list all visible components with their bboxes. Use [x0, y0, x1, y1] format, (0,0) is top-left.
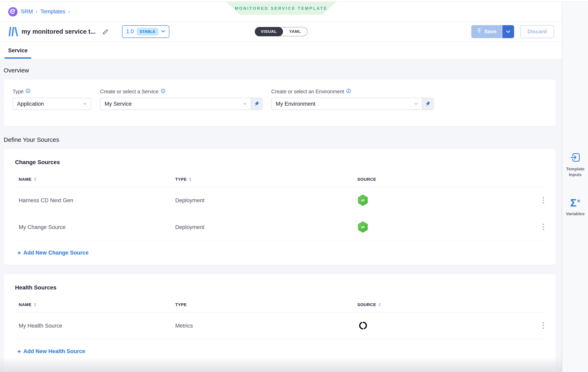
sort-icon [378, 303, 381, 307]
chevron-down-icon [414, 103, 418, 105]
service-label: Create or select a Service [100, 89, 158, 94]
row-menu-kebab-icon[interactable] [542, 322, 547, 330]
overview-card: Type Application [4, 80, 556, 126]
health-source-type: Metrics [175, 323, 357, 329]
change-sources-card: Change Sources NAME TYPE SOURCE Harness … [4, 149, 556, 265]
variables-icon: Σ× [570, 198, 580, 208]
info-icon[interactable] [161, 89, 166, 94]
field-environment: Create or select an Environment My Envir… [271, 89, 433, 126]
health-sources-title: Health Sources [15, 284, 556, 291]
visual-yaml-toggle: VISUAL YAML [255, 27, 307, 36]
breadcrumb-link-templates[interactable]: Templates [40, 9, 65, 15]
header-actions: Save Discard [471, 25, 554, 38]
chevron-down-icon [243, 103, 247, 105]
environment-label: Create or select an Environment [271, 89, 344, 94]
main-area: SRM › Templates › MONITORED SERVICE TEMP… [0, 2, 562, 372]
template-header: my monitored service t... 1.0 STABLE VIS… [0, 22, 562, 41]
change-source-name: Harness CD Next Gen [12, 197, 175, 204]
template-library-icon [8, 27, 18, 37]
discard-button[interactable]: Discard [520, 25, 554, 38]
breadcrumb-separator: › [36, 9, 38, 15]
breadcrumb-separator: › [68, 9, 70, 15]
sort-icon [34, 303, 37, 307]
field-service: Create or select a Service My Service [100, 89, 262, 126]
variables-button[interactable]: Σ× Variables [566, 198, 585, 217]
overview-heading: Overview [4, 67, 562, 74]
harness-cd-source-icon: ∞ [357, 221, 531, 234]
change-source-name: My Change Source [12, 224, 175, 231]
column-header-type[interactable]: TYPE [175, 177, 357, 182]
chevron-down-icon [161, 30, 165, 33]
pin-icon [254, 101, 259, 107]
version-number: 1.0 [126, 28, 134, 35]
chevron-down-icon [83, 103, 87, 105]
service-config-content: Overview Type Application [0, 59, 562, 372]
page-title: my monitored service t... [21, 28, 96, 35]
info-icon[interactable] [346, 89, 351, 94]
save-split-button: Save [471, 25, 514, 38]
appdynamics-source-icon [358, 321, 531, 331]
column-header-source[interactable]: SOURCE [357, 302, 531, 307]
environment-select[interactable]: My Environment [271, 98, 422, 110]
plus-icon: + [17, 250, 21, 256]
variables-label: Variables [566, 211, 585, 217]
info-icon[interactable] [26, 89, 31, 94]
pin-icon [425, 101, 430, 107]
save-options-chevron[interactable] [502, 25, 514, 38]
sort-icon [189, 177, 192, 181]
breadcrumb-link-srm[interactable]: SRM [21, 9, 33, 15]
monitored-service-template-badge: MONITORED SERVICE TEMPLATE [226, 2, 336, 15]
toggle-visual[interactable]: VISUAL [255, 27, 283, 36]
type-label: Type [13, 89, 23, 94]
table-row[interactable]: My Health Source Metrics [12, 312, 547, 339]
table-row[interactable]: Harness CD Next Gen Deployment ∞ [12, 187, 547, 214]
template-inputs-label: Template Inputs [562, 166, 588, 177]
service-select-value: My Service [105, 101, 132, 107]
sort-icon [34, 177, 37, 181]
toggle-yaml[interactable]: YAML [283, 27, 307, 36]
column-header-name[interactable]: NAME [12, 177, 175, 182]
type-select[interactable]: Application [13, 98, 91, 110]
template-inputs-icon [570, 152, 580, 163]
save-label: Save [484, 28, 497, 35]
service-pin-button[interactable] [251, 98, 262, 110]
change-source-type: Deployment [175, 197, 357, 204]
health-sources-card: Health Sources NAME TYPE SOURCE My Healt… [4, 274, 556, 372]
version-stable-chip: STABLE [137, 28, 158, 36]
edit-title-pencil-icon[interactable] [102, 28, 109, 35]
add-new-change-source-link[interactable]: + Add New Change Source [12, 241, 547, 265]
add-new-health-source-link[interactable]: + Add New Health Source [12, 339, 547, 363]
tab-service[interactable]: Service [4, 48, 31, 59]
service-select[interactable]: My Service [100, 98, 251, 110]
template-inputs-button[interactable]: Template Inputs [562, 152, 588, 177]
save-button[interactable]: Save [471, 25, 502, 38]
row-menu-kebab-icon[interactable] [542, 223, 547, 231]
tab-bar: Service [0, 41, 562, 59]
table-row[interactable]: My Change Source Deployment ∞ [12, 214, 547, 241]
environment-pin-button[interactable] [422, 98, 433, 110]
active-tab-underline [4, 57, 31, 59]
type-select-value: Application [17, 101, 44, 107]
harness-cd-source-icon: ∞ [357, 194, 531, 207]
change-source-type: Deployment [175, 224, 357, 231]
breadcrumb: SRM › Templates › MONITORED SERVICE TEMP… [0, 2, 562, 22]
version-selector[interactable]: 1.0 STABLE [122, 25, 169, 38]
field-type: Type Application [13, 89, 91, 126]
column-header-source[interactable]: SOURCE [357, 177, 531, 182]
upload-icon [477, 28, 482, 35]
row-menu-kebab-icon[interactable] [542, 197, 547, 205]
column-header-type[interactable]: TYPE [175, 302, 357, 307]
srm-logo-icon [8, 7, 18, 16]
health-source-name: My Health Source [12, 323, 175, 329]
window-top-edge [0, 0, 588, 2]
right-rail: Template Inputs Σ× Variables [562, 2, 588, 372]
environment-select-value: My Environment [276, 101, 315, 107]
change-sources-title: Change Sources [15, 159, 556, 166]
tab-service-label: Service [4, 48, 31, 54]
define-sources-heading: Define Your Sources [4, 136, 562, 143]
change-sources-table-header: NAME TYPE SOURCE [12, 177, 547, 187]
health-sources-table-header: NAME TYPE SOURCE [12, 302, 547, 312]
column-header-name[interactable]: NAME [12, 302, 175, 307]
plus-icon: + [17, 348, 21, 354]
